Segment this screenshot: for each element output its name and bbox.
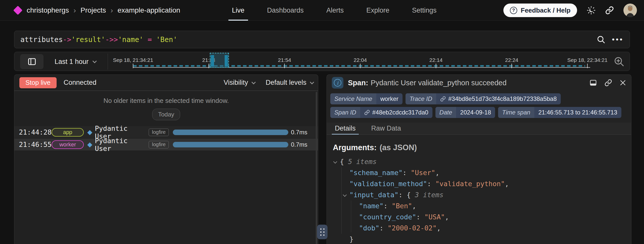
json-line: { 5 items <box>333 156 625 167</box>
chevron-down-icon <box>252 80 256 84</box>
query-input-bar[interactable]: attributes->'result'->>'name' = 'Ben' ••… <box>14 31 630 48</box>
timeline-selection-window[interactable] <box>210 53 229 68</box>
json-token: , <box>505 180 509 188</box>
scope-badge: logfire <box>149 141 169 148</box>
log-timestamp: 21:46:55 <box>19 141 52 148</box>
time-range-label: Last 1 hour <box>55 58 89 66</box>
log-timestamp: 21:44:28 <box>19 128 52 136</box>
span-duration-bar <box>173 142 288 147</box>
chevron-down-icon <box>93 59 97 63</box>
collapse-chevron-icon[interactable] <box>343 193 347 197</box>
query-token: -> <box>63 35 71 44</box>
feedback-help-label: Feedback / Help <box>521 7 571 14</box>
close-icon[interactable] <box>620 79 626 86</box>
json-line: "country_code": "USA", <box>333 212 625 223</box>
span-duration-bar <box>173 130 288 135</box>
timeline-activity-bar <box>225 55 228 67</box>
json-line: "schema_name": "User", <box>333 167 625 178</box>
time-range-dropdown[interactable]: Last 1 hour <box>55 52 96 71</box>
json-token: "validate_python" <box>435 180 505 188</box>
json-token: , <box>437 224 441 232</box>
json-token: "Ben" <box>392 202 412 210</box>
logo-diamond[interactable] <box>13 6 23 15</box>
span-title: Pydantic User <box>95 137 145 152</box>
span-detail-header: i Span:Pydantic User validate_python suc… <box>327 75 631 91</box>
detail-tabs: Details Raw Data <box>327 123 631 135</box>
trace-id-badge[interactable]: Trace ID #34bd8e51d73c3f4c8a189b72338a5b… <box>406 93 561 104</box>
breadcrumb-org[interactable]: christophergs <box>27 6 69 14</box>
visibility-dropdown[interactable]: Visibility <box>224 79 255 87</box>
panel-resize-handle[interactable] <box>317 225 328 239</box>
link-icon[interactable] <box>605 79 612 87</box>
theme-toggle-icon[interactable] <box>587 6 596 15</box>
span-duration-label: 0.7ms <box>291 141 307 148</box>
json-token: "input_data" <box>349 191 398 199</box>
json-line: "validation_method": "validate_python", <box>333 178 625 189</box>
timeline-baseline <box>133 65 585 67</box>
main-nav-tabs: Live Dashboards Alerts Explore Settings <box>228 0 440 21</box>
json-token: "schema_name" <box>349 169 403 177</box>
sidebar-toggle-button[interactable] <box>20 54 44 69</box>
json-token: : { <box>398 191 415 199</box>
tab-explore[interactable]: Explore <box>363 0 393 21</box>
share-link-icon[interactable] <box>605 6 614 15</box>
json-token: "User" <box>411 169 435 177</box>
json-token: 3 items <box>415 191 444 199</box>
json-token: "country_code" <box>359 213 416 221</box>
breadcrumb: christophergs › Projects › example-appli… <box>15 0 180 21</box>
json-tree: { 5 items"schema_name": "User","validati… <box>333 156 625 244</box>
span-detail-panel: i Span:Pydantic User validate_python suc… <box>327 74 631 244</box>
tab-details[interactable]: Details <box>333 123 357 134</box>
tab-dashboards[interactable]: Dashboards <box>264 0 307 21</box>
stop-live-button[interactable]: Stop live <box>19 77 57 88</box>
query-token: 'Ben' <box>156 35 177 44</box>
user-avatar[interactable] <box>623 4 637 17</box>
log-row[interactable]: 21:44:28 app ◆ Pydantic User logfire 0.7… <box>14 126 318 138</box>
tab-settings[interactable]: Settings <box>409 0 440 21</box>
json-token: "USA" <box>424 213 445 221</box>
tab-alerts[interactable]: Alerts <box>323 0 347 21</box>
query-token: attributes <box>20 35 63 44</box>
collapse-chevron-icon[interactable] <box>333 160 337 164</box>
service-name-badge: Service Name worker <box>330 93 403 104</box>
json-token: , <box>445 213 449 221</box>
today-chip[interactable]: Today <box>152 109 180 120</box>
date-badge: Date 2024-09-18 <box>435 107 495 118</box>
default-levels-dropdown[interactable]: Default levels <box>266 79 313 87</box>
breadcrumb-project[interactable]: example-application <box>117 6 180 14</box>
query-token: ->> <box>105 35 118 44</box>
dock-bottom-icon[interactable] <box>589 79 597 87</box>
query-token: = <box>143 35 156 44</box>
environment-badge: app <box>52 128 84 137</box>
drag-handle-icon <box>320 228 325 236</box>
scrollbar[interactable] <box>316 92 317 244</box>
span-diamond-icon: ◆ <box>87 141 93 148</box>
json-line: "name": "Ben", <box>333 200 625 212</box>
tab-live[interactable]: Live <box>228 0 248 21</box>
span-id-badge[interactable]: Span ID #48eb2cdcdc317da0 <box>330 107 432 118</box>
query-text[interactable]: attributes->'result'->>'name' = 'Ben' <box>20 35 177 44</box>
span-duration-label: 0.7ms <box>291 129 307 136</box>
json-line: "dob": "2000-02-02", <box>333 223 625 234</box>
span-detail-title: Span:Pydantic User validate_python succe… <box>348 79 507 87</box>
search-icon[interactable] <box>597 35 605 44</box>
link-icon <box>364 110 370 115</box>
json-token: : <box>403 169 411 177</box>
chevron-down-icon <box>310 80 314 84</box>
divider <box>108 54 108 70</box>
empty-window-message: No older items in the selected time wind… <box>14 97 318 105</box>
json-token: , <box>412 202 416 210</box>
top-nav-bar: christophergs › Projects › example-appli… <box>0 0 644 21</box>
json-line: "input_data": { 3 items <box>333 189 625 200</box>
json-token: : <box>379 224 388 232</box>
breadcrumb-separator: › <box>73 6 76 15</box>
json-token: : <box>427 180 435 188</box>
json-token: "2000-02-02" <box>388 224 437 232</box>
zoom-in-icon[interactable] <box>614 56 625 68</box>
feedback-help-button[interactable]: ? Feedback / Help <box>503 4 577 17</box>
json-token: , <box>435 169 439 177</box>
more-dots-icon[interactable]: ••• <box>612 35 624 44</box>
log-row-selected[interactable]: 21:46:55 worker ◆ Pydantic User logfire … <box>14 139 318 150</box>
tab-raw-data[interactable]: Raw Data <box>370 123 403 134</box>
breadcrumb-projects[interactable]: Projects <box>80 6 106 14</box>
